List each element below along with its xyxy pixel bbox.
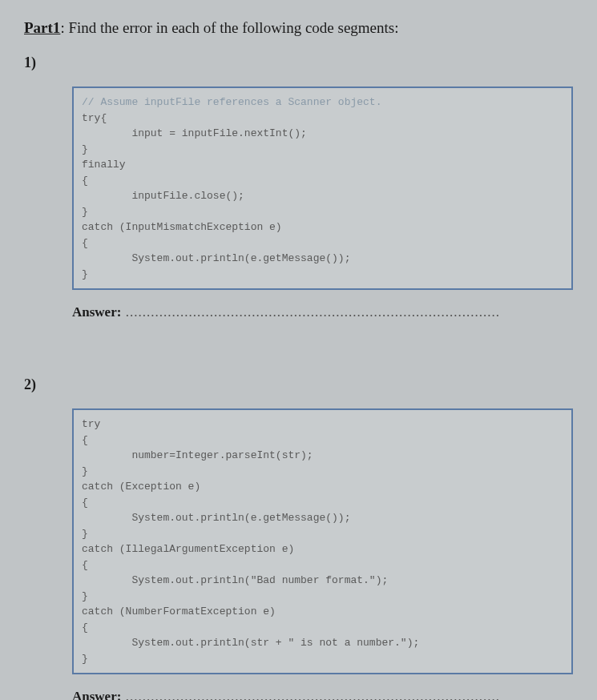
question-2: 2) try { number=Integer.parseInt(str); }…: [24, 376, 573, 700]
q1-answer-row: Answer: ................................…: [72, 304, 573, 320]
q2-code: try { number=Integer.parseInt(str); } ca…: [82, 418, 419, 665]
q1-code: try{ input = inputFile.nextInt(); } fina…: [82, 112, 350, 280]
q2-answer-label: Answer:: [72, 689, 121, 700]
part-label: Part1: [24, 19, 60, 36]
q2-answer-row: Answer: ................................…: [72, 689, 573, 700]
q1-answer-line: ........................................…: [121, 304, 500, 320]
q2-answer-line: ........................................…: [121, 689, 500, 700]
page-title: Part1: Find the error in each of the fol…: [24, 19, 573, 37]
q1-comment: // Assume inputFile references a Scanner…: [82, 96, 381, 108]
q1-answer-label: Answer:: [72, 304, 121, 320]
q1-number: 1): [24, 54, 72, 71]
q1-code-block: // Assume inputFile references a Scanner…: [72, 86, 573, 290]
question-1: 1) // Assume inputFile references a Scan…: [24, 54, 573, 320]
q2-number: 2): [24, 376, 72, 393]
q2-code-block: try { number=Integer.parseInt(str); } ca…: [72, 408, 573, 674]
title-rest: : Find the error in each of the followin…: [60, 19, 398, 36]
